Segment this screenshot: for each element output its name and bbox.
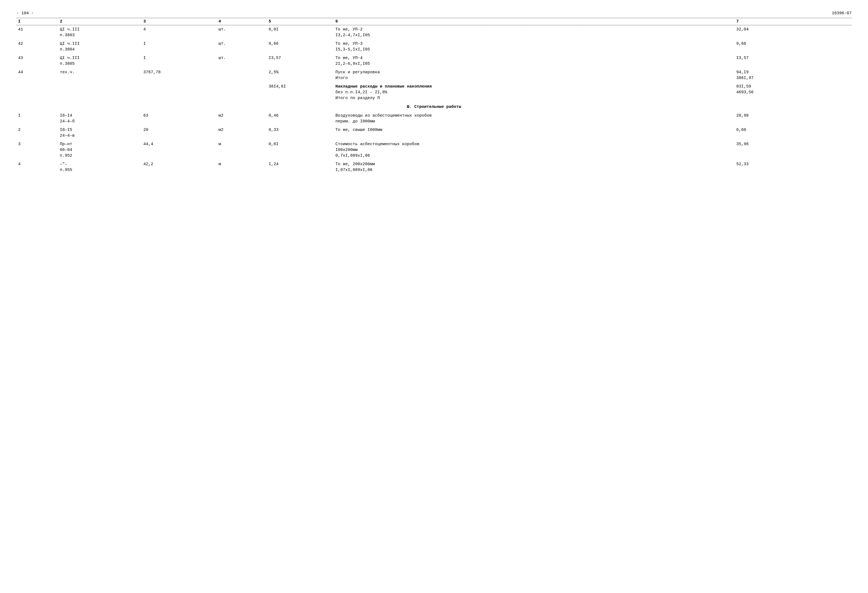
row-desc: Пуск и регулировкаИтого [334, 68, 735, 82]
main-table: I 2 3 4 5 6 7 41 ЦI ч.IIIп.3803 4 шт. 8,… [16, 18, 852, 174]
row-code: I8–I424–4–б [58, 111, 142, 126]
row-code: ЦI ч.IIIп.3803 [58, 25, 142, 40]
row-id: 42 [16, 40, 58, 54]
table-row: 4 –"–п.955 42,2 м I,24 То же, 200х200ммI… [16, 160, 852, 174]
section-heading: Ш. Строительные работы [16, 102, 852, 111]
row-qty: 4 [142, 25, 217, 40]
row-unit: шт. [217, 25, 267, 40]
table-row: 2 I8–I524–4–в 20 м2 0,33 То же, свыше I0… [16, 126, 852, 140]
row-qty [142, 82, 217, 102]
row-id: 44 [16, 68, 58, 82]
row-total: 83I,594693,56 [735, 82, 852, 102]
row-code: ЦI ч.IIIп.3805 [58, 54, 142, 68]
row-total: 52,33 [735, 160, 852, 174]
col-header-2: 2 [58, 18, 142, 25]
row-total: 35,96 [735, 140, 852, 160]
row-desc: То же, УП-2I3,2–4,7хI,I05 [334, 25, 735, 40]
row-qty: 3767,78 [142, 68, 217, 82]
row-desc: То же, УП-42I,2–6,9хI,I05 [334, 54, 735, 68]
col-header-4: 4 [217, 18, 267, 25]
row-code: I8–I524–4–в [58, 126, 142, 140]
row-desc: То же, свыше I000мм [334, 126, 735, 140]
row-id [16, 82, 58, 102]
row-price: 0,8I [267, 140, 334, 160]
row-price: 9,66 [267, 40, 334, 54]
row-desc: Воздуховоды из асбестоцементных коробовп… [334, 111, 735, 126]
col-header-3: 3 [142, 18, 217, 25]
row-unit: м2 [217, 126, 267, 140]
column-headers: I 2 3 4 5 6 7 [16, 18, 852, 25]
page-number: - 104 - [16, 11, 34, 16]
row-unit [217, 82, 267, 102]
row-code: ЦI ч.IIIп.3804 [58, 40, 142, 54]
row-unit [217, 68, 267, 82]
row-total: 6,60 [735, 126, 852, 140]
table-row: I I8–I424–4–б 63 м2 0,46 Воздуховоды из … [16, 111, 852, 126]
row-code: тех.ч. [58, 68, 142, 82]
col-header-7: 7 [735, 18, 852, 25]
row-id: 4 [16, 160, 58, 174]
col-header-5: 5 [267, 18, 334, 25]
doc-number: 16396-07 [832, 11, 852, 16]
row-id: 3 [16, 140, 58, 160]
row-price: 38I4,6I [267, 82, 334, 102]
table-row: 44 тех.ч. 3767,78 2,5% Пуск и регулировк… [16, 68, 852, 82]
row-qty: 20 [142, 126, 217, 140]
row-qty: 42,2 [142, 160, 217, 174]
row-unit: м2 [217, 111, 267, 126]
row-desc: То же, УП-3I5,3–5,IхI,I05 [334, 40, 735, 54]
col-header-1: I [16, 18, 58, 25]
row-total: 28,98 [735, 111, 852, 126]
section-heading-row: Ш. Строительные работы [16, 102, 852, 111]
row-price: 2,5% [267, 68, 334, 82]
row-code: Пр–нт06–04п.952 [58, 140, 142, 160]
row-qty: I [142, 54, 217, 68]
summary-row: 38I4,6I Накладные расходы и плановые нак… [16, 82, 852, 102]
row-qty: I [142, 40, 217, 54]
row-qty: 63 [142, 111, 217, 126]
col-header-6: 6 [334, 18, 735, 25]
row-code [58, 82, 142, 102]
row-price: 0,33 [267, 126, 334, 140]
row-total: 32,04 [735, 25, 852, 40]
table-row: 3 Пр–нт06–04п.952 44,4 м 0,8I Стоимость … [16, 140, 852, 160]
row-id: 43 [16, 54, 58, 68]
row-id: 2 [16, 126, 58, 140]
row-price: 0,46 [267, 111, 334, 126]
row-code: –"–п.955 [58, 160, 142, 174]
table-row: 41 ЦI ч.IIIп.3803 4 шт. 8,0I То же, УП-2… [16, 25, 852, 40]
table-row: 42 ЦI ч.IIIп.3804 I шт. 9,66 То же, УП-3… [16, 40, 852, 54]
row-qty: 44,4 [142, 140, 217, 160]
row-unit: шт. [217, 54, 267, 68]
row-total: I3,57 [735, 54, 852, 68]
row-total: 9,66 [735, 40, 852, 54]
row-price: 8,0I [267, 25, 334, 40]
row-unit: шт. [217, 40, 267, 54]
row-unit: м [217, 160, 267, 174]
table-row: 43 ЦI ч.IIIп.3805 I шт. I3,57 То же, УП-… [16, 54, 852, 68]
row-id: 41 [16, 25, 58, 40]
row-desc: Стоимость асбестоцементных коробовI00х20… [334, 140, 735, 160]
row-unit: м [217, 140, 267, 160]
row-total: 94,I9386I,97 [735, 68, 852, 82]
row-desc: Накладные расходы и плановые накопления … [334, 82, 735, 102]
row-desc: То же, 200х200ммI,07хI,089хI,06 [334, 160, 735, 174]
row-price: I3,57 [267, 54, 334, 68]
row-id: I [16, 111, 58, 126]
row-price: I,24 [267, 160, 334, 174]
